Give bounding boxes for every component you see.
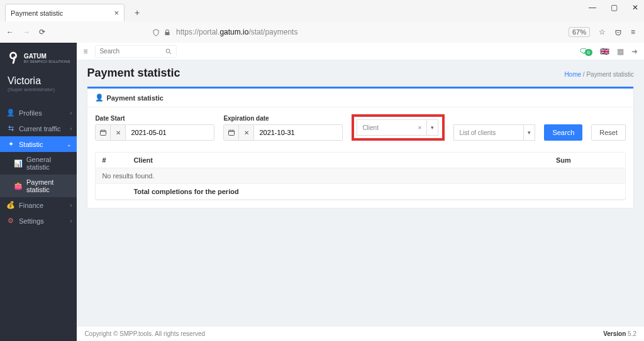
sidebar-menu: 👤 Profiles ‹ ⇆ Current traffic ‹ ✦ Stati… [0, 105, 77, 229]
traffic-icon: ⇆ [6, 124, 15, 133]
svg-rect-3 [228, 131, 234, 136]
apps-grid-icon[interactable]: ▦ [617, 47, 624, 56]
sidebar-item-traffic[interactable]: ⇆ Current traffic ‹ [0, 121, 77, 136]
close-tab-icon[interactable]: × [114, 8, 119, 18]
date-start-label: Date Start [95, 115, 214, 122]
topbar-search[interactable] [95, 45, 177, 58]
person-icon: 👤 [95, 94, 104, 102]
new-tab-button[interactable]: + [130, 5, 145, 20]
chevron-left-icon: ‹ [70, 202, 72, 208]
sidebar-item-payment-statistic[interactable]: 👛 Payment statistic [0, 175, 77, 197]
menu-icon[interactable]: ≡ [631, 28, 635, 36]
svg-rect-2 [100, 131, 106, 136]
chevron-left-icon: ‹ [70, 218, 72, 224]
sidebar-item-label: Finance [19, 202, 43, 209]
zoom-indicator[interactable]: 67% [569, 27, 590, 37]
date-end-input[interactable] [254, 126, 342, 139]
brand-logo: GATUM BY SEMPICO SOLUTIONS [0, 43, 77, 69]
shield-icon[interactable] [152, 28, 160, 36]
address-bar[interactable]: https://portal.gatum.io/stat/payments [176, 28, 297, 36]
brand-sub: BY SEMPICO SOLUTIONS [24, 60, 70, 63]
sidebar-item-label: Settings [19, 217, 44, 225]
search-icon[interactable] [165, 47, 172, 56]
stat-icon: ✦ [6, 140, 15, 148]
pocket-icon[interactable] [614, 28, 622, 36]
svg-point-0 [10, 53, 16, 58]
user-name: Victoria [8, 75, 69, 87]
page-title: Payment statistic [87, 67, 180, 80]
calendar-icon[interactable] [96, 125, 111, 140]
sidebar-item-settings[interactable]: ⚙ Settings ‹ [0, 213, 77, 229]
sidebar-toggle-button[interactable]: ≡ [83, 47, 87, 56]
clear-date-end-button[interactable]: ✕ [239, 125, 254, 140]
clients-list-placeholder: List of clients [454, 129, 523, 136]
notif-count: 0 [585, 49, 592, 56]
footer-copyright: Copyright © SMPP.tools. All rights reser… [84, 330, 205, 337]
maximize-window-button[interactable]: ▢ [609, 3, 619, 13]
chevron-down-icon: ⌄ [67, 141, 72, 148]
chevron-left-icon: ‹ [70, 110, 72, 116]
url-path: /stat/payments [248, 28, 297, 36]
chevron-down-icon[interactable]: ▾ [523, 125, 535, 140]
bookmark-star-icon[interactable]: ☆ [599, 28, 606, 36]
sidebar-item-label: General statistic [26, 156, 70, 171]
chart-icon: 📊 [14, 160, 23, 168]
version-label: Version [603, 330, 626, 337]
back-button[interactable]: ← [6, 28, 14, 36]
finance-icon: 💰 [6, 201, 15, 209]
browser-tab[interactable]: Payment statistic × [5, 4, 125, 21]
breadcrumb-home-link[interactable]: Home [564, 71, 581, 78]
sidebar: GATUM BY SEMPICO SOLUTIONS Victoria (Sup… [0, 43, 77, 341]
sidebar-item-label: Payment statistic [26, 178, 70, 193]
search-input[interactable] [99, 48, 162, 55]
sidebar-item-label: Statistic [19, 141, 43, 148]
reset-button[interactable]: Reset [591, 124, 626, 141]
date-start-group: ✕ [95, 124, 214, 141]
empty-message: No results found. [96, 168, 625, 184]
sidebar-item-profiles[interactable]: 👤 Profiles ‹ [0, 105, 77, 121]
brand-name: GATUM [24, 53, 70, 60]
filter-panel: 👤 Payment statistic Date Start ✕ [87, 86, 634, 208]
table-empty-row: No results found. [96, 168, 625, 184]
sidebar-item-general-statistic[interactable]: 📊 General statistic [0, 152, 77, 175]
clear-client-icon[interactable]: × [418, 124, 426, 131]
flag-icon[interactable]: 🇬🇧 [600, 47, 609, 56]
logout-icon[interactable]: ➜ [631, 47, 638, 56]
total-label: Total completions for the period [127, 184, 550, 200]
sidebar-item-finance[interactable]: 💰 Finance ‹ [0, 197, 77, 213]
main-content: ≡ 🗨0 🇬🇧 ▦ ➜ Payment statistic Home / [77, 43, 644, 341]
close-window-button[interactable]: ✕ [630, 3, 640, 13]
logo-icon [6, 51, 20, 65]
notifications-icon[interactable]: 🗨0 [580, 47, 592, 56]
col-sum: Sum [550, 153, 625, 168]
chevron-left-icon: ‹ [70, 126, 72, 132]
table-total-row: Total completions for the period [96, 184, 625, 200]
clear-date-start-button[interactable]: ✕ [111, 125, 126, 140]
client-select-placeholder: Client [357, 124, 418, 131]
sidebar-item-label: Profiles [19, 109, 42, 117]
lock-icon[interactable] [164, 28, 171, 36]
user-icon: 👤 [6, 109, 15, 117]
breadcrumb: Home / Payment statistic [564, 71, 634, 78]
search-button[interactable]: Search [544, 124, 582, 141]
reload-button[interactable]: ⟳ [39, 28, 45, 36]
sidebar-item-statistic[interactable]: ✦ Statistic ⌄ [0, 136, 77, 152]
col-client: Client [127, 153, 550, 168]
date-start-input[interactable] [126, 126, 214, 139]
topbar: ≡ 🗨0 🇬🇧 ▦ ➜ [77, 43, 644, 60]
sidebar-item-label: Current traffic [19, 125, 60, 133]
minimize-window-button[interactable]: — [587, 3, 597, 13]
settings-icon: ⚙ [6, 217, 15, 225]
calendar-icon[interactable] [224, 125, 239, 140]
breadcrumb-current: Payment statistic [586, 71, 634, 78]
panel-title: 👤 Payment statistic [87, 87, 633, 107]
url-domain: gatum.io [219, 28, 248, 36]
date-end-group: ✕ [223, 124, 343, 141]
svg-point-1 [166, 49, 170, 53]
forward-button[interactable]: → [23, 28, 30, 36]
chevron-down-icon[interactable]: ▾ [426, 120, 438, 135]
url-prefix: https://portal. [176, 28, 219, 36]
client-select[interactable]: Client × ▾ [357, 119, 438, 136]
user-role: (Super administrator) [8, 87, 69, 92]
clients-list-select[interactable]: List of clients ▾ [453, 124, 535, 141]
